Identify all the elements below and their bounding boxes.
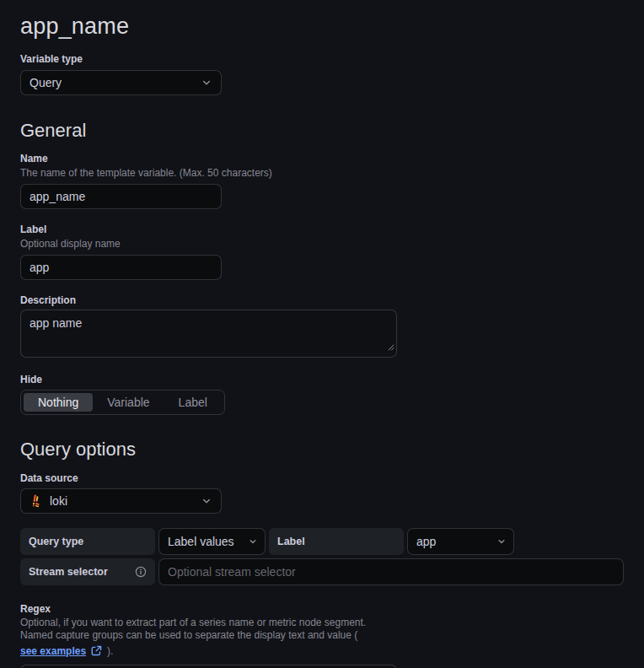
chevron-down-icon — [248, 536, 258, 547]
query-type-value: Label values — [168, 535, 234, 548]
external-link-icon — [90, 644, 103, 657]
chevron-down-icon — [496, 536, 507, 547]
data-source-value: loki — [50, 494, 67, 508]
hide-option-label[interactable]: Label — [164, 393, 222, 412]
description-textarea[interactable]: app name — [20, 310, 397, 358]
variable-type-value: Query — [30, 76, 62, 89]
query-type-select[interactable]: Label values — [158, 528, 266, 555]
stream-selector-label: Stream selector — [29, 566, 108, 578]
query-type-label: Query type — [20, 528, 155, 555]
variable-type-label: Variable type — [20, 53, 624, 66]
hide-option-nothing[interactable]: Nothing — [24, 393, 93, 412]
name-label: Name — [20, 153, 624, 165]
chevron-down-icon — [201, 77, 212, 89]
see-examples-link[interactable]: see examples — [20, 645, 86, 657]
label-input[interactable] — [20, 255, 222, 280]
query-options-heading: Query options — [20, 439, 624, 461]
stream-selector-input[interactable] — [158, 558, 624, 585]
hide-radio-group: Nothing Variable Label — [20, 390, 225, 415]
info-circle-icon[interactable] — [135, 566, 147, 578]
label-description: Optional display name — [20, 238, 624, 250]
label-label: Label — [20, 224, 624, 236]
label-value-select[interactable]: app — [407, 528, 514, 555]
name-description: The name of the template variable. (Max.… — [20, 167, 624, 180]
name-input[interactable] — [20, 184, 222, 209]
regex-label: Regex — [20, 603, 624, 616]
hide-option-variable[interactable]: Variable — [93, 393, 164, 412]
variable-type-select[interactable]: Query — [20, 70, 222, 95]
page-title: app_name — [20, 12, 624, 40]
hide-label: Hide — [20, 374, 624, 386]
label-value: app — [416, 535, 436, 548]
chevron-down-icon — [201, 495, 212, 507]
regex-input[interactable] — [20, 665, 397, 668]
loki-logo-icon — [30, 494, 43, 508]
label-field-label: Label — [269, 528, 404, 555]
general-heading: General — [20, 120, 624, 142]
regex-description-suffix: ). — [107, 645, 113, 657]
regex-description-line2: Named capture groups can be used to sepa… — [20, 629, 624, 642]
data-source-select[interactable]: loki — [20, 488, 222, 514]
variable-editor-page: app_name Variable type Query General Nam… — [0, 0, 624, 668]
data-source-label: Data source — [20, 472, 624, 485]
description-label: Description — [20, 294, 624, 307]
regex-description-line1: Optional, if you want to extract part of… — [20, 617, 624, 629]
